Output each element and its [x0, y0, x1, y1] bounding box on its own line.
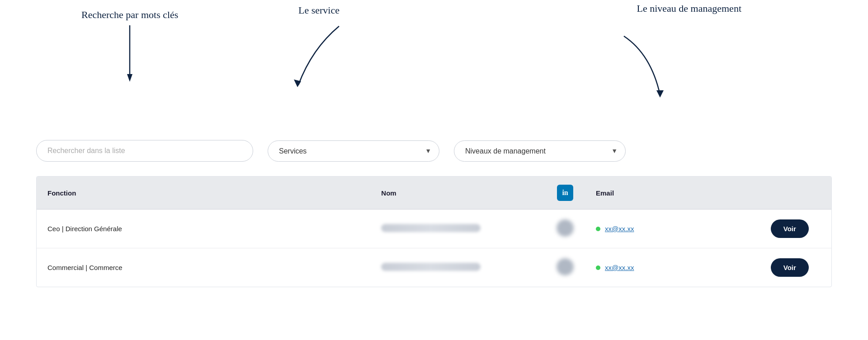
voir-button-1[interactable]: Voir	[771, 219, 809, 238]
cell-email-1: xx@xx.xx	[585, 210, 760, 248]
arrow-curve-left-svg	[285, 22, 366, 94]
cell-fonction-2: Commercial | Commerce	[37, 248, 370, 287]
annotation-recherche-text: Recherche par mots clés	[81, 9, 178, 21]
email-link-2[interactable]: xx@xx.xx	[605, 264, 634, 271]
search-wrapper	[36, 140, 253, 162]
annotations-layer: Recherche par mots clés Le service Le ni…	[36, 0, 832, 140]
svg-marker-1	[127, 74, 132, 82]
arrow-up-svg	[123, 25, 137, 88]
blurred-name-1	[381, 224, 481, 232]
linkedin-avatar-1	[557, 219, 574, 237]
page-container: Recherche par mots clés Le service Le ni…	[0, 0, 868, 340]
table-header-row: Fonction Nom in Email	[37, 177, 831, 210]
cell-fonction-1: Ceo | Direction Générale	[37, 210, 370, 248]
cell-nom-1	[370, 210, 545, 248]
search-input[interactable]	[36, 140, 253, 162]
header-email: Email	[585, 177, 760, 210]
email-cell-1: xx@xx.xx	[596, 225, 749, 233]
email-cell-2: xx@xx.xx	[596, 264, 749, 271]
cell-email-2: xx@xx.xx	[585, 248, 760, 287]
cell-action-1: Voir	[760, 210, 831, 248]
cell-action-2: Voir	[760, 248, 831, 287]
cell-nom-2	[370, 248, 545, 287]
status-dot-1	[596, 227, 600, 231]
header-fonction: Fonction	[37, 177, 370, 210]
table-row: Commercial | Commerce xx@xx.xx	[37, 248, 831, 287]
header-nom: Nom	[370, 177, 545, 210]
annotation-management-text: Le niveau de management	[637, 3, 741, 14]
cell-linkedin-1	[545, 210, 585, 248]
email-link-1[interactable]: xx@xx.xx	[605, 225, 634, 233]
services-dropdown-wrapper: Services IT Finance RH Marketing Commerc…	[268, 140, 439, 162]
blurred-name-2	[381, 263, 481, 271]
annotation-service-text: Le service	[298, 5, 340, 16]
cell-linkedin-2	[545, 248, 585, 287]
filters-row: Services IT Finance RH Marketing Commerc…	[36, 140, 832, 162]
annotation-recherche: Recherche par mots clés	[81, 9, 178, 88]
voir-button-2[interactable]: Voir	[771, 258, 809, 277]
linkedin-icon: in	[557, 185, 573, 201]
arrow-curve-right-svg	[615, 32, 705, 104]
services-dropdown[interactable]: Services IT Finance RH Marketing Commerc…	[268, 140, 439, 162]
linkedin-avatar-2	[557, 258, 574, 275]
header-action	[760, 177, 831, 210]
table-row: Ceo | Direction Générale xx@xx.xx	[37, 210, 831, 248]
header-linkedin: in	[545, 177, 585, 210]
annotation-management: Le niveau de management	[637, 2, 741, 15]
results-table: Fonction Nom in Email Ceo | Direction Gé…	[37, 177, 831, 287]
status-dot-2	[596, 265, 600, 270]
table-container: Fonction Nom in Email Ceo | Direction Gé…	[36, 176, 832, 287]
management-dropdown-wrapper: Niveaux de management C-Level Directeur …	[454, 140, 626, 162]
annotation-service: Le service	[298, 5, 340, 16]
svg-marker-3	[656, 90, 664, 98]
management-dropdown[interactable]: Niveaux de management C-Level Directeur …	[454, 140, 626, 162]
